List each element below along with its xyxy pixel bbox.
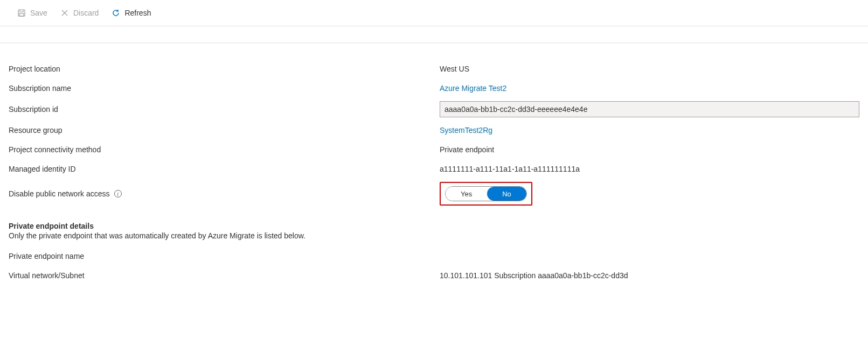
value-vnet-subnet: 10.101.101.101 Subscription aaaa0a0a-bb1… [440, 271, 859, 280]
properties-panel: Project location West US Subscription na… [0, 43, 868, 285]
svg-rect-1 [19, 13, 24, 16]
row-project-location: Project location West US [0, 59, 868, 79]
close-icon [60, 9, 69, 17]
refresh-button[interactable]: Refresh [107, 6, 155, 19]
value-connectivity-method: Private endpoint [440, 145, 859, 154]
label-connectivity-method: Project connectivity method [9, 145, 440, 154]
label-vnet-subnet: Virtual network/Subnet [9, 271, 440, 280]
row-private-endpoint-name: Private endpoint name [0, 246, 868, 266]
save-label: Save [30, 9, 47, 17]
toggle-highlight-box: Yes No [440, 182, 532, 206]
save-icon [17, 9, 26, 17]
refresh-label: Refresh [124, 9, 151, 17]
toggle-option-yes[interactable]: Yes [446, 187, 487, 201]
toggle-option-no[interactable]: No [487, 187, 526, 201]
link-subscription-name[interactable]: Azure Migrate Test2 [440, 84, 506, 93]
label-managed-identity-id: Managed identity ID [9, 165, 440, 173]
row-resource-group: Resource group SystemTest2Rg [0, 121, 868, 140]
save-button[interactable]: Save [13, 6, 52, 19]
discard-label: Discard [73, 9, 99, 17]
discard-button[interactable]: Discard [56, 6, 103, 19]
refresh-icon [112, 9, 120, 17]
row-managed-identity-id: Managed identity ID a1111111-a111-11a1-1… [0, 159, 868, 179]
row-subscription-name: Subscription name Azure Migrate Test2 [0, 79, 868, 98]
private-endpoint-details-note: Only the private endpoint that was autom… [0, 231, 868, 246]
label-private-endpoint-name: Private endpoint name [9, 252, 440, 260]
info-icon[interactable]: i [114, 190, 122, 197]
private-endpoint-details-header: Private endpoint details [0, 209, 868, 231]
label-resource-group: Resource group [9, 126, 440, 135]
label-project-location: Project location [9, 65, 440, 73]
toolbar: Save Discard Refresh [0, 0, 868, 26]
input-subscription-id[interactable] [440, 101, 859, 117]
label-subscription-id: Subscription id [9, 105, 440, 114]
label-subscription-name: Subscription name [9, 84, 440, 93]
row-subscription-id: Subscription id [0, 98, 868, 121]
label-disable-public-access: Disable public network access [9, 189, 110, 198]
row-vnet-subnet: Virtual network/Subnet 10.101.101.101 Su… [0, 266, 868, 285]
link-resource-group[interactable]: SystemTest2Rg [440, 126, 492, 135]
value-managed-identity-id: a1111111-a111-11a1-1a11-a111111111a [440, 165, 859, 173]
public-access-toggle: Yes No [445, 186, 527, 201]
row-connectivity-method: Project connectivity method Private endp… [0, 140, 868, 159]
row-disable-public-access: Disable public network access i Yes No [0, 179, 868, 209]
value-project-location: West US [440, 65, 859, 73]
